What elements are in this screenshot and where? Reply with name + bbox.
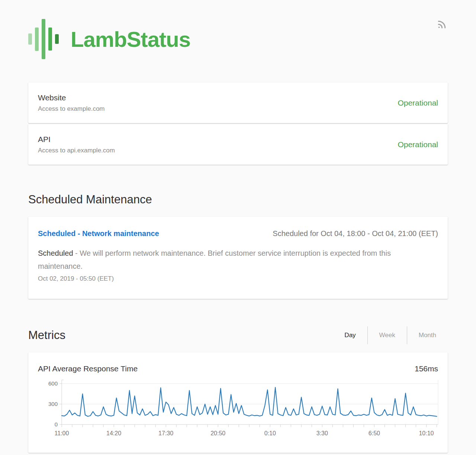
services-list: Website Access to example.com Operationa… bbox=[28, 83, 448, 165]
maintenance-item-link[interactable]: Scheduled - Network maintenance bbox=[38, 229, 159, 238]
svg-text:17:30: 17:30 bbox=[158, 430, 173, 436]
maintenance-status-label: Scheduled bbox=[38, 249, 73, 257]
metric-card-api-response-time: API Average Response Time 156ms 03006001… bbox=[28, 352, 448, 453]
tab-day[interactable]: Day bbox=[333, 326, 367, 344]
svg-text:11:00: 11:00 bbox=[55, 430, 69, 436]
maintenance-card: Scheduled - Network maintenance Schedule… bbox=[28, 217, 448, 299]
service-description: Access to api.example.com bbox=[38, 147, 115, 154]
tab-week[interactable]: Week bbox=[367, 326, 407, 344]
service-name: Website bbox=[38, 93, 105, 102]
metrics-title: Metrics bbox=[28, 329, 65, 342]
lambstatus-logo: LambStatus bbox=[28, 19, 190, 59]
svg-text:0:10: 0:10 bbox=[264, 430, 276, 436]
svg-text:3:30: 3:30 bbox=[316, 430, 328, 436]
rss-icon[interactable] bbox=[437, 19, 447, 31]
logo-text: LambStatus bbox=[71, 27, 190, 52]
svg-text:10:10: 10:10 bbox=[419, 430, 434, 436]
service-card-api: API Access to api.example.com Operationa… bbox=[28, 124, 448, 165]
svg-text:20:50: 20:50 bbox=[210, 430, 225, 436]
svg-text:0: 0 bbox=[55, 421, 58, 427]
maintenance-schedule: Scheduled for Oct 04, 18:00 - Oct 04, 21… bbox=[273, 229, 438, 238]
status-badge: Operational bbox=[398, 140, 438, 149]
svg-text:14:20: 14:20 bbox=[106, 430, 121, 436]
logo-bars-icon bbox=[28, 19, 59, 59]
svg-text:600: 600 bbox=[48, 380, 58, 387]
line-chart-svg: 030060011:0014:2017:3020:500:103:306:501… bbox=[38, 378, 440, 442]
maintenance-timestamp: Oct 02, 2019 - 05:50 (EET) bbox=[38, 275, 438, 283]
metrics-section: Metrics Day Week Month API Average Respo… bbox=[28, 326, 448, 453]
page-header: LambStatus bbox=[28, 0, 448, 59]
metrics-range-tabs: Day Week Month bbox=[333, 326, 448, 344]
maintenance-message-text: - We will perform network maintenance. B… bbox=[38, 249, 391, 270]
scheduled-maintenance-title: Scheduled Maintenance bbox=[28, 193, 448, 206]
metric-title: API Average Response Time bbox=[38, 364, 138, 373]
scheduled-maintenance-section: Scheduled Maintenance Scheduled - Networ… bbox=[28, 193, 448, 299]
service-card-website: Website Access to example.com Operationa… bbox=[28, 83, 448, 123]
service-name: API bbox=[38, 135, 115, 144]
service-description: Access to example.com bbox=[38, 105, 105, 113]
svg-text:6:50: 6:50 bbox=[369, 430, 380, 436]
svg-text:300: 300 bbox=[48, 401, 58, 407]
tab-month[interactable]: Month bbox=[407, 326, 448, 344]
status-badge: Operational bbox=[398, 99, 438, 107]
response-time-chart: 030060011:0014:2017:3020:500:103:306:501… bbox=[38, 378, 438, 443]
metric-current-value: 156ms bbox=[415, 364, 438, 373]
maintenance-message: Scheduled - We will perform network main… bbox=[38, 247, 432, 273]
